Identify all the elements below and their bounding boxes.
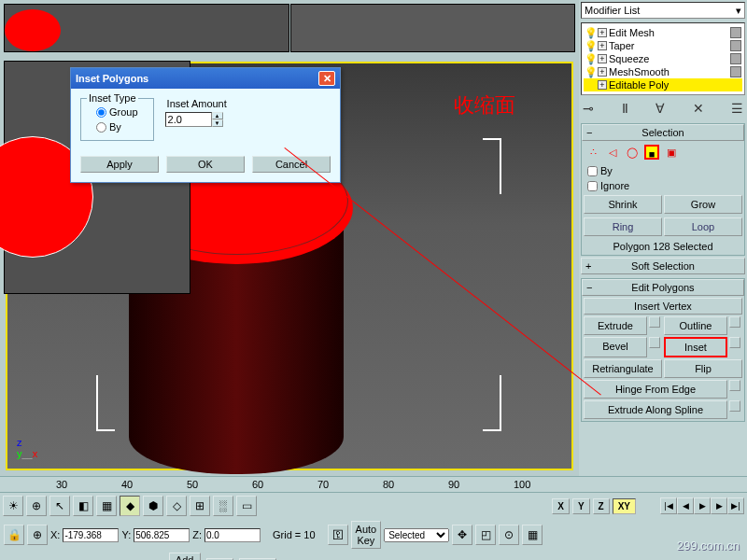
tool-icon[interactable]: ⊕ xyxy=(26,496,47,516)
by-checkbox[interactable] xyxy=(587,166,598,176)
modifier-item[interactable]: 💡+Squeeze xyxy=(584,52,742,65)
viewport-top-left[interactable] xyxy=(4,4,289,52)
extrude-spline-settings[interactable] xyxy=(729,400,740,412)
grow-button[interactable]: Grow xyxy=(664,195,742,214)
nav-icon[interactable]: ✥ xyxy=(452,525,472,545)
tool-icon[interactable]: ◧ xyxy=(73,496,93,516)
ignore-checkbox[interactable] xyxy=(587,181,598,191)
bulb-icon[interactable]: 💡 xyxy=(585,66,596,77)
key-mode-select[interactable]: Selected xyxy=(384,528,449,542)
x-input[interactable] xyxy=(63,528,119,542)
inset-settings[interactable] xyxy=(729,337,740,348)
expand-icon[interactable]: + xyxy=(598,67,607,77)
prev-frame-icon[interactable]: ◀ xyxy=(677,497,694,514)
bulb-icon[interactable]: 💡 xyxy=(585,40,596,51)
play-icon[interactable]: ▶ xyxy=(694,497,711,514)
ok-button[interactable]: OK xyxy=(166,156,245,173)
y-input[interactable] xyxy=(134,528,190,542)
expand-icon[interactable]: + xyxy=(598,80,607,90)
time-ruler[interactable]: 30 40 50 60 70 80 90 100 xyxy=(0,476,747,493)
extrude-button[interactable]: Extrude xyxy=(584,316,647,335)
bevel-settings[interactable] xyxy=(649,337,660,348)
modifier-list-dropdown[interactable]: Modifier List xyxy=(581,2,745,19)
modifier-item[interactable]: 💡+Edit Mesh xyxy=(584,26,742,39)
tool-icon[interactable]: ◇ xyxy=(166,496,187,516)
extrude-settings[interactable] xyxy=(649,316,660,328)
retriangulate-button[interactable]: Retriangulate xyxy=(584,359,662,378)
toggle-icon[interactable] xyxy=(730,66,741,77)
by-radio[interactable] xyxy=(96,122,106,133)
modifier-item[interactable]: 💡+MeshSmooth xyxy=(584,65,742,78)
goto-end-icon[interactable]: ▶| xyxy=(727,497,744,514)
tool-icon[interactable]: ⬢ xyxy=(143,496,163,516)
bevel-button[interactable]: Bevel xyxy=(584,337,647,357)
dialog-titlebar[interactable]: Inset Polygons ✕ xyxy=(71,68,340,89)
pin-icon[interactable]: ⊸ xyxy=(583,101,594,116)
loop-button[interactable]: Loop xyxy=(664,217,742,236)
arrow-icon[interactable]: ↖ xyxy=(49,496,70,516)
z-input[interactable] xyxy=(204,528,261,542)
element-icon[interactable]: ▣ xyxy=(664,145,679,160)
expand-icon[interactable]: + xyxy=(598,41,607,50)
inset-button[interactable]: Inset xyxy=(664,337,727,357)
lock-icon[interactable]: 🔒 xyxy=(4,525,24,545)
toggle-icon[interactable] xyxy=(730,40,741,51)
abs-rel-icon[interactable]: ⊕ xyxy=(27,525,48,545)
key-icon[interactable]: ⚿ xyxy=(328,525,348,545)
unique-icon[interactable]: ∀ xyxy=(655,101,665,116)
tool-icon[interactable]: ⊞ xyxy=(190,496,210,516)
nav-icon[interactable]: ⊙ xyxy=(499,525,519,545)
shrink-button[interactable]: Shrink xyxy=(584,195,662,214)
group-radio[interactable] xyxy=(96,107,106,118)
toggle-icon[interactable] xyxy=(730,27,741,38)
bulb-icon[interactable]: 💡 xyxy=(585,27,596,38)
vertex-icon[interactable]: ∴ xyxy=(585,145,600,160)
add-time-tag-button[interactable]: Add Time Tag xyxy=(169,553,201,560)
tool-icon[interactable]: ▭ xyxy=(236,496,257,516)
expand-icon[interactable]: + xyxy=(598,54,607,63)
outline-settings[interactable] xyxy=(729,316,740,328)
modifier-item[interactable]: 💡+Taper xyxy=(584,39,742,52)
goto-start-icon[interactable]: |◀ xyxy=(660,497,677,514)
delete-icon[interactable]: ✕ xyxy=(693,101,704,116)
tool-icon[interactable]: ☀ xyxy=(3,496,23,516)
polygon-icon[interactable]: ■ xyxy=(644,145,659,160)
tool-icon[interactable]: ▦ xyxy=(96,496,117,516)
inset-amount-input[interactable] xyxy=(165,112,212,127)
insert-vertex-button[interactable]: Insert Vertex xyxy=(584,298,742,315)
config-icon[interactable]: ☰ xyxy=(731,101,743,116)
modifier-item-active[interactable]: +Editable Poly xyxy=(584,78,742,91)
soft-selection-header[interactable]: +Soft Selection xyxy=(581,258,745,274)
next-frame-icon[interactable]: ▶ xyxy=(711,497,727,514)
axis-z-button[interactable]: Z xyxy=(593,498,610,514)
nav-icon[interactable]: ◰ xyxy=(475,525,496,545)
cancel-button[interactable]: Cancel xyxy=(252,156,331,173)
outline-button[interactable]: Outline xyxy=(664,316,727,335)
flip-button[interactable]: Flip xyxy=(664,359,742,378)
panel-header[interactable]: −Selection xyxy=(582,124,744,141)
hinge-button[interactable]: Hinge From Edge xyxy=(584,380,727,399)
toggle-icon[interactable] xyxy=(730,53,741,64)
extrude-spline-button[interactable]: Extrude Along Spline xyxy=(584,400,727,419)
show-icon[interactable]: Ⅱ xyxy=(622,101,628,116)
modifier-stack[interactable]: 💡+Edit Mesh 💡+Taper 💡+Squeeze 💡+MeshSmoo… xyxy=(581,22,745,95)
spinner-up-icon[interactable]: ▲ xyxy=(212,112,223,119)
axis-y-button[interactable]: Y xyxy=(572,498,590,514)
spinner-down-icon[interactable]: ▼ xyxy=(212,119,223,127)
ring-button[interactable]: Ring xyxy=(584,217,662,236)
axis-xy-button[interactable]: XY xyxy=(613,498,636,514)
expand-icon[interactable]: + xyxy=(598,28,607,37)
close-icon[interactable]: ✕ xyxy=(318,71,335,86)
nav-icon[interactable]: ▦ xyxy=(522,525,543,545)
panel-header[interactable]: −Edit Polygons xyxy=(582,279,744,296)
edge-icon[interactable]: ◁ xyxy=(605,145,620,160)
bulb-icon[interactable]: 💡 xyxy=(585,53,596,64)
tool-icon[interactable]: ◆ xyxy=(120,496,140,516)
axis-x-button[interactable]: X xyxy=(552,498,570,514)
border-icon[interactable]: ◯ xyxy=(625,145,640,160)
tool-icon[interactable]: ░ xyxy=(213,496,233,516)
auto-key-button[interactable]: Auto Key xyxy=(351,521,382,549)
apply-button[interactable]: Apply xyxy=(80,156,159,173)
hinge-settings[interactable] xyxy=(729,380,740,391)
viewport-top-right[interactable] xyxy=(290,4,576,52)
